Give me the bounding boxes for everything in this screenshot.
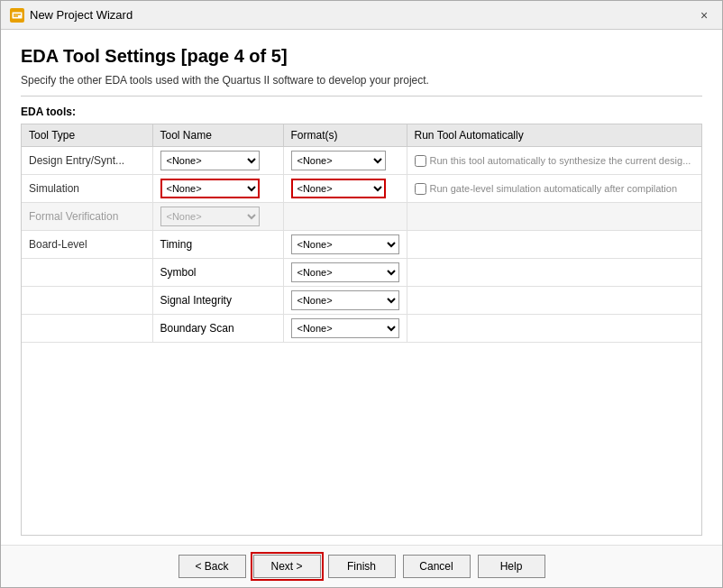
tool-name-boundary-scan: Boundary Scan [152, 315, 283, 343]
divider [21, 96, 702, 96]
next-button[interactable]: Next > [253, 555, 321, 578]
tool-name-timing: Timing [152, 231, 283, 259]
format-symbol: <None> [283, 259, 407, 287]
table-row: Boundary Scan <None> [22, 315, 701, 343]
tool-type-boundary-empty [22, 315, 152, 343]
format-timing: <None> [283, 231, 407, 259]
run-auto-formal [407, 203, 701, 231]
run-auto-signal-integrity [407, 287, 701, 315]
run-auto-design-entry: Run this tool automatically to synthesiz… [407, 147, 701, 175]
tool-name-formal: <None> [152, 203, 283, 231]
svg-rect-0 [12, 12, 23, 19]
run-auto-boundary-scan [407, 315, 701, 343]
format-select-boundary-scan[interactable]: <None> [291, 318, 399, 338]
tool-type-signal-empty [22, 287, 152, 315]
help-button[interactable]: Help [478, 555, 545, 578]
run-auto-text-simulation: Run gate-level simulation automatically … [430, 183, 678, 194]
run-auto-text-design-entry: Run this tool automatically to synthesiz… [430, 155, 691, 166]
col-header-run-auto: Run Tool Automatically [407, 124, 701, 147]
col-header-tool-name: Tool Name [152, 124, 283, 147]
tool-type-board-level: Board-Level [22, 231, 152, 259]
eda-tools-table-container: Tool Type Tool Name Format(s) Run Tool A… [21, 124, 702, 536]
main-content: EDA Tool Settings [page 4 of 5] Specify … [1, 30, 722, 545]
format-design-entry: <None> [283, 147, 407, 175]
window-title: New Project Wizard [30, 8, 133, 22]
run-auto-simulation: Run gate-level simulation automatically … [407, 175, 701, 203]
tool-type-formal: Formal Verification [22, 203, 152, 231]
table-row: Design Entry/Synt... <None> <None> [22, 147, 701, 175]
col-header-tool-type: Tool Type [22, 124, 152, 147]
window: New Project Wizard × EDA Tool Settings [… [0, 0, 723, 588]
format-simulation: <None> [283, 175, 407, 203]
table-header-row: Tool Type Tool Name Format(s) Run Tool A… [22, 124, 701, 147]
tool-name-signal-integrity: Signal Integrity [152, 287, 283, 315]
table-row: Symbol <None> [22, 259, 701, 287]
format-formal [283, 203, 407, 231]
table-row: Simulation <None> <None> [22, 175, 701, 203]
run-auto-symbol [407, 259, 701, 287]
format-select-timing[interactable]: <None> [291, 234, 399, 254]
col-header-format: Format(s) [283, 124, 407, 147]
run-auto-timing [407, 231, 701, 259]
run-auto-checkbox-label-design-entry: Run this tool automatically to synthesiz… [415, 155, 695, 167]
format-select-design-entry[interactable]: <None> [291, 151, 386, 170]
tool-type-symbol-empty [22, 259, 152, 287]
eda-tools-table: Tool Type Tool Name Format(s) Run Tool A… [22, 124, 701, 343]
titlebar: New Project Wizard × [1, 1, 722, 30]
tool-name-simulation: <None> [152, 175, 283, 203]
page-subtitle: Specify the other EDA tools used with th… [21, 74, 702, 87]
format-select-signal-integrity[interactable]: <None> [291, 290, 399, 310]
run-auto-checkbox-design-entry[interactable] [415, 155, 426, 167]
format-signal-integrity: <None> [283, 287, 407, 315]
tool-name-symbol: Symbol [152, 259, 283, 287]
titlebar-left: New Project Wizard [10, 8, 133, 23]
finish-button[interactable]: Finish [328, 555, 396, 578]
format-select-symbol[interactable]: <None> [291, 262, 399, 282]
run-auto-checkbox-label-simulation: Run gate-level simulation automatically … [415, 183, 695, 195]
cancel-button[interactable]: Cancel [403, 555, 471, 578]
tool-type-simulation: Simulation [22, 175, 152, 203]
format-select-simulation[interactable]: <None> [291, 179, 386, 198]
format-boundary-scan: <None> [283, 315, 407, 343]
run-auto-checkbox-simulation[interactable] [415, 183, 426, 195]
close-button[interactable]: × [695, 6, 713, 24]
table-row: Formal Verification <None> [22, 203, 701, 231]
tool-type-design-entry: Design Entry/Synt... [22, 147, 152, 175]
footer: < Back Next > Finish Cancel Help [1, 545, 722, 587]
table-row: Board-Level Timing <None> [22, 231, 701, 259]
tool-name-select-design-entry[interactable]: <None> [160, 151, 260, 170]
table-row: Signal Integrity <None> [22, 287, 701, 315]
tool-name-design-entry: <None> [152, 147, 283, 175]
back-button[interactable]: < Back [178, 555, 246, 578]
wizard-icon [10, 8, 24, 23]
page-title: EDA Tool Settings [page 4 of 5] [21, 46, 702, 67]
tool-name-select-formal[interactable]: <None> [160, 207, 260, 226]
section-label: EDA tools: [21, 106, 702, 118]
tool-name-select-simulation[interactable]: <None> [160, 179, 260, 198]
